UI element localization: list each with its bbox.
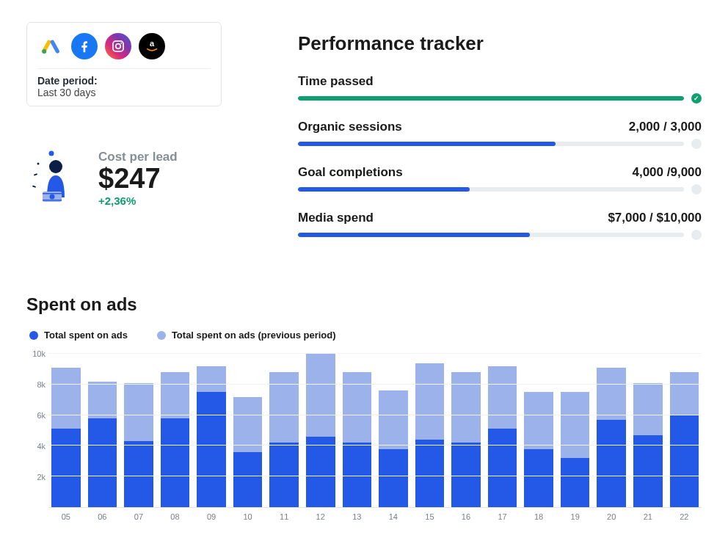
- bar-segment-previous: [561, 392, 590, 458]
- bar-group: [561, 354, 590, 507]
- x-tick: 13: [343, 512, 372, 521]
- svg-rect-13: [43, 200, 62, 201]
- bar-group: [269, 354, 299, 507]
- bar-segment-current: [451, 443, 481, 507]
- bar-segment-previous: [51, 368, 81, 429]
- svg-rect-7: [34, 173, 37, 176]
- bar-group: [233, 354, 263, 507]
- bar-chart: 2k4k6k8k10k: [26, 354, 702, 508]
- x-tick: 09: [197, 512, 226, 521]
- svg-point-6: [37, 163, 40, 165]
- x-tick: 18: [524, 512, 553, 521]
- metric-value: 4,000 /9,000: [632, 165, 702, 180]
- amazon-icon: a: [139, 33, 165, 59]
- bar-group: [161, 354, 190, 507]
- x-tick: 10: [233, 512, 263, 521]
- svg-point-11: [50, 194, 55, 200]
- y-tick: 6k: [37, 411, 46, 420]
- y-tick: 2k: [37, 473, 46, 481]
- bar-segment-previous: [451, 372, 481, 443]
- bar-group: [524, 354, 553, 507]
- bar-segment-current: [197, 392, 226, 507]
- metric-row: Goal completions4,000 /9,000: [298, 165, 702, 194]
- goal-dot-icon: [691, 139, 702, 149]
- x-tick: 06: [88, 512, 117, 521]
- bar-segment-previous: [379, 390, 408, 448]
- x-tick: 08: [161, 512, 190, 521]
- metric-value: $7,000 / $10,000: [608, 211, 702, 225]
- bar-segment-previous: [233, 397, 263, 452]
- svg-point-0: [42, 49, 46, 54]
- goal-dot-icon: [691, 184, 702, 194]
- bar-segment-current: [343, 443, 372, 507]
- cpl-delta: +2,36%: [98, 194, 178, 207]
- bar-segment-previous: [124, 383, 153, 441]
- legend-dot-icon: [157, 331, 166, 340]
- svg-rect-8: [32, 185, 36, 188]
- bar-segment-current: [670, 415, 699, 507]
- bar-segment-current: [379, 449, 408, 507]
- bar-segment-previous: [670, 372, 699, 415]
- bar-segment-current: [306, 437, 335, 507]
- bar-segment-current: [524, 449, 553, 507]
- y-tick: 4k: [37, 442, 46, 451]
- svg-point-5: [49, 151, 54, 156]
- bar-group: [88, 354, 117, 507]
- progress-bar: [298, 187, 684, 192]
- metric-name: Time passed: [298, 74, 374, 89]
- performance-metrics-list: Time passed✓Organic sessions2,000 / 3,00…: [298, 74, 702, 240]
- bar-group: [488, 354, 517, 507]
- x-tick: 17: [488, 512, 517, 521]
- progress-bar: [298, 233, 684, 237]
- bar-segment-previous: [633, 383, 663, 435]
- performance-tracker-title: Performance tracker: [298, 32, 702, 55]
- legend-dot-icon: [29, 331, 38, 340]
- x-tick: 12: [306, 512, 335, 521]
- bar-group: [343, 354, 372, 507]
- bar-group: [51, 354, 81, 507]
- chart-legend: Total spent on ads Total spent on ads (p…: [26, 330, 702, 341]
- legend-item-previous: Total spent on ads (previous period): [157, 330, 336, 341]
- cpl-value: $247: [98, 164, 178, 194]
- bar-group: [379, 354, 408, 507]
- x-tick: 05: [51, 512, 81, 521]
- svg-text:a: a: [150, 39, 155, 48]
- instagram-icon: [105, 33, 131, 59]
- bar-segment-current: [269, 443, 299, 507]
- bar-group: [451, 354, 481, 507]
- legend-item-current: Total spent on ads: [29, 330, 128, 341]
- x-tick: 22: [670, 512, 699, 521]
- bar-segment-current: [88, 418, 117, 507]
- y-tick: 8k: [37, 380, 46, 389]
- bar-group: [415, 354, 445, 507]
- x-tick: 14: [379, 512, 408, 521]
- progress-bar: [298, 142, 684, 146]
- x-tick: 19: [561, 512, 590, 521]
- metric-value: 2,000 / 3,000: [629, 120, 702, 134]
- facebook-icon: [71, 33, 98, 59]
- google-ads-icon: [37, 33, 64, 59]
- bar-segment-current: [124, 441, 153, 507]
- bar-segment-previous: [197, 366, 226, 393]
- x-tick: 20: [597, 512, 626, 521]
- bar-group: [633, 354, 663, 507]
- person-money-icon: [31, 149, 82, 208]
- metric-name: Organic sessions: [298, 120, 402, 134]
- bar-segment-current: [488, 429, 517, 507]
- svg-point-2: [116, 44, 121, 49]
- bar-segment-previous: [488, 366, 517, 429]
- bar-segment-previous: [306, 354, 335, 437]
- svg-point-3: [120, 43, 122, 44]
- bar-group: [124, 354, 153, 507]
- bar-segment-previous: [269, 372, 299, 443]
- chart-title: Spent on ads: [26, 294, 702, 315]
- metric-row: Time passed✓: [298, 74, 702, 103]
- x-tick: 16: [451, 512, 481, 521]
- bar-segment-current: [51, 429, 81, 507]
- cpl-label: Cost per lead: [98, 150, 178, 164]
- progress-bar: [298, 96, 684, 101]
- bar-group: [306, 354, 335, 507]
- bar-segment-current: [561, 458, 590, 507]
- bar-segment-current: [415, 440, 445, 507]
- metric-row: Organic sessions2,000 / 3,000: [298, 120, 702, 149]
